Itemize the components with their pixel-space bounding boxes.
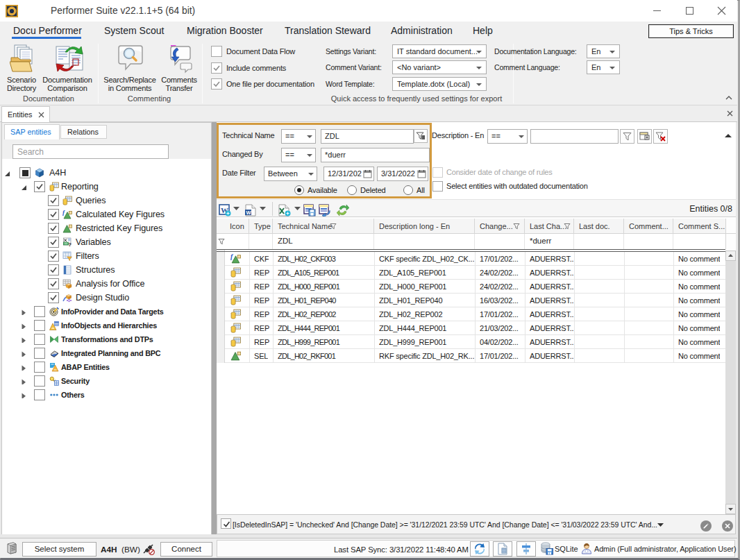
svg-text:W: W (246, 210, 252, 216)
